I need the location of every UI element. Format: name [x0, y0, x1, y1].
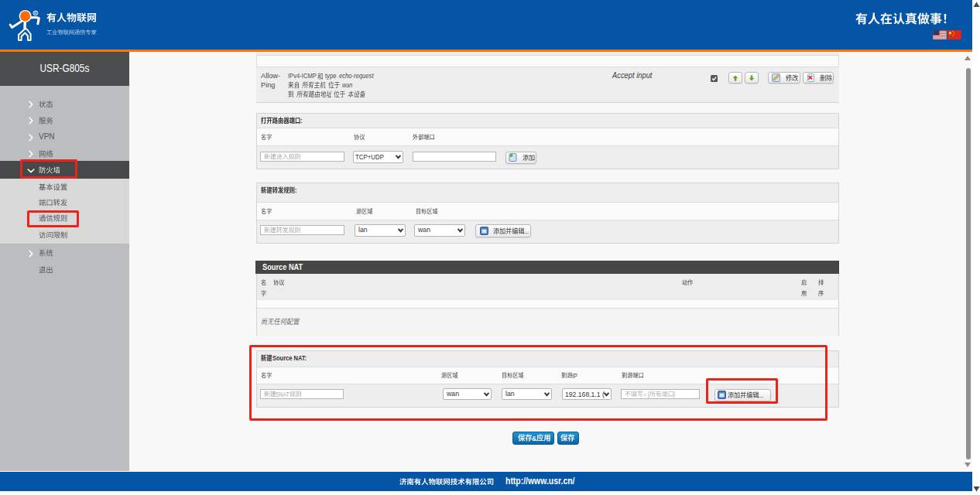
svg-text:R: R — [34, 11, 37, 15]
